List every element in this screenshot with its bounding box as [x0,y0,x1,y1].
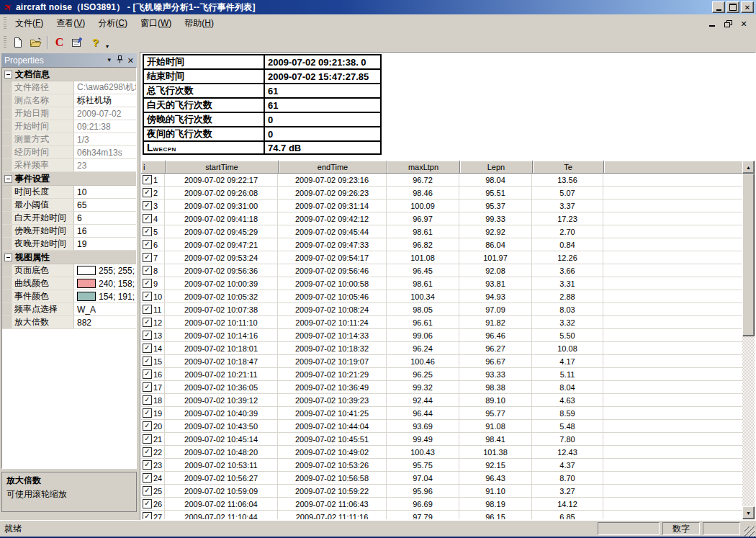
table-row[interactable]: ✓72009-07-02 09:53:242009-07-02 09:54:17… [141,251,742,264]
row-checkbox[interactable]: ✓ [143,331,152,340]
column-header-max[interactable]: maxLtpn [387,161,460,174]
row-checkbox[interactable]: ✓ [143,512,152,519]
row-checkbox[interactable]: ✓ [143,292,152,301]
help-button[interactable]: ? [87,35,104,50]
toolbar-overflow-icon[interactable]: ▾ [106,43,109,52]
menu-item-v[interactable]: 查看(V) [50,15,91,32]
property-value[interactable]: 06h34m13s [74,146,136,158]
pin-icon[interactable] [117,55,123,66]
row-checkbox[interactable]: ✓ [143,447,152,457]
property-value[interactable]: 09:21:38 [74,120,136,133]
minimize-button[interactable] [712,1,725,13]
mdi-restore-button[interactable] [723,19,733,28]
row-checkbox[interactable]: ✓ [143,382,152,392]
menu-item-w[interactable]: 窗口(W) [134,15,178,32]
mdi-minimize-button[interactable] [707,19,717,28]
table-row[interactable]: ✓272009-07-02 11:10:442009-07-02 11:11:1… [141,511,742,519]
property-value[interactable]: 65 [74,199,136,211]
new-document-button[interactable] [9,35,26,50]
property-value[interactable]: 2009-07-02 [74,107,136,120]
collapse-icon[interactable] [4,71,12,79]
row-checkbox[interactable]: ✓ [143,395,152,405]
table-row[interactable]: ✓102009-07-02 10:05:322009-07-02 10:05:4… [141,290,742,303]
column-header-i[interactable]: i [141,161,166,174]
row-checkbox[interactable]: ✓ [143,240,152,249]
table-row[interactable]: ✓112009-07-02 10:07:382009-07-02 10:08:2… [141,303,742,316]
table-row[interactable]: ✓172009-07-02 10:36:052009-07-02 10:36:4… [141,381,742,394]
panel-close-icon[interactable]: ✕ [127,57,134,64]
property-value[interactable]: 16 [74,225,136,237]
table-row[interactable]: ✓262009-07-02 11:06:042009-07-02 11:06:4… [141,498,742,511]
table-row[interactable]: ✓252009-07-02 10:59:092009-07-02 10:59:2… [141,485,742,498]
row-checkbox[interactable]: ✓ [143,344,152,353]
vertical-scrollbar[interactable]: ▲ ▼ [742,161,755,519]
property-value[interactable]: 1/3 [74,133,136,145]
open-file-button[interactable] [27,35,44,50]
row-checkbox[interactable]: ✓ [143,408,152,418]
column-header-end[interactable]: endTime [279,161,387,174]
property-value[interactable]: 6 [74,212,136,224]
row-checkbox[interactable]: ✓ [143,253,152,262]
menu-item-c[interactable]: 分析(C) [91,15,134,32]
property-value[interactable]: 882 [74,316,136,328]
row-checkbox[interactable]: ✓ [143,357,152,366]
table-row[interactable]: ✓122009-07-02 10:11:102009-07-02 10:11:2… [141,316,742,329]
row-checkbox[interactable]: ✓ [143,486,152,496]
table-row[interactable]: ✓42009-07-02 09:41:182009-07-02 09:42:12… [141,212,742,225]
maximize-button[interactable] [726,1,739,13]
table-row[interactable]: ✓242009-07-02 10:56:272009-07-02 10:56:5… [141,472,742,485]
table-row[interactable]: ✓62009-07-02 09:47:212009-07-02 09:47:33… [141,238,742,251]
row-checkbox[interactable]: ✓ [143,279,152,288]
property-value[interactable]: W_A [74,303,136,315]
property-section-header[interactable]: 文档信息 [2,68,136,81]
table-row[interactable]: ✓202009-07-02 10:43:502009-07-02 10:44:0… [141,420,742,433]
mdi-close-button[interactable]: ✕ [739,19,749,28]
scroll-down-button[interactable]: ▼ [742,506,755,519]
property-value[interactable]: 23 [74,159,136,171]
row-checkbox[interactable]: ✓ [143,318,152,327]
panel-menu-arrow-icon[interactable]: ▼ [107,57,112,64]
property-value[interactable]: 栎社机场 [74,94,136,107]
menu-item-f[interactable]: 文件(F) [9,15,50,32]
row-checkbox[interactable]: ✓ [143,421,152,431]
properties-button[interactable] [69,35,86,50]
property-value[interactable]: 19 [74,238,136,250]
row-checkbox[interactable]: ✓ [143,214,152,223]
table-row[interactable]: ✓12009-07-02 09:22:172009-07-02 09:23:16… [141,174,742,187]
property-value[interactable]: 10 [74,186,136,198]
row-checkbox[interactable]: ✓ [143,434,152,444]
column-header-fill[interactable] [604,161,742,174]
row-checkbox[interactable]: ✓ [143,460,152,470]
toolbar-grip[interactable] [4,36,6,49]
table-row[interactable]: ✓222009-07-02 10:48:202009-07-02 10:49:0… [141,446,742,459]
table-row[interactable]: ✓52009-07-02 09:45:292009-07-02 09:45:44… [141,225,742,238]
scrollbar-track[interactable] [742,174,755,506]
row-checkbox[interactable]: ✓ [143,188,152,197]
resize-grip[interactable] [744,526,755,537]
table-row[interactable]: ✓162009-07-02 10:21:112009-07-02 10:21:2… [141,368,742,381]
menu-item-h[interactable]: 帮助(H) [178,15,220,32]
row-checkbox[interactable]: ✓ [143,266,152,275]
property-section-header[interactable]: 视图属性 [2,251,136,264]
table-row[interactable]: ✓142009-07-02 10:18:012009-07-02 10:18:3… [141,342,742,355]
table-row[interactable]: ✓132009-07-02 10:14:162009-07-02 10:14:3… [141,329,742,342]
collapse-icon[interactable] [4,175,12,183]
property-value[interactable]: 154; 191; 18 [74,290,136,302]
table-row[interactable]: ✓152009-07-02 10:18:472009-07-02 10:19:0… [141,355,742,368]
scroll-up-button[interactable]: ▲ [742,161,755,174]
close-button[interactable]: ✕ [741,1,754,13]
row-checkbox[interactable]: ✓ [143,369,152,379]
collapse-icon[interactable] [4,254,12,261]
property-value[interactable]: C:\awa6298\机场 [74,81,136,94]
row-checkbox[interactable]: ✓ [143,473,152,483]
row-checkbox[interactable]: ✓ [143,175,152,184]
scrollbar-thumb[interactable] [742,174,755,336]
table-row[interactable]: ✓212009-07-02 10:45:142009-07-02 10:45:5… [141,433,742,446]
table-row[interactable]: ✓182009-07-02 10:39:122009-07-02 10:39:2… [141,394,742,407]
table-row[interactable]: ✓92009-07-02 10:00:392009-07-02 10:00:58… [141,277,742,290]
table-row[interactable]: ✓82009-07-02 09:56:362009-07-02 09:56:46… [141,264,742,277]
table-row[interactable]: ✓32009-07-02 09:31:002009-07-02 09:31:14… [141,199,742,212]
property-value[interactable]: 255; 255; 25 [74,264,136,277]
row-checkbox[interactable]: ✓ [143,227,152,236]
property-section-header[interactable]: 事件设置 [2,172,136,186]
